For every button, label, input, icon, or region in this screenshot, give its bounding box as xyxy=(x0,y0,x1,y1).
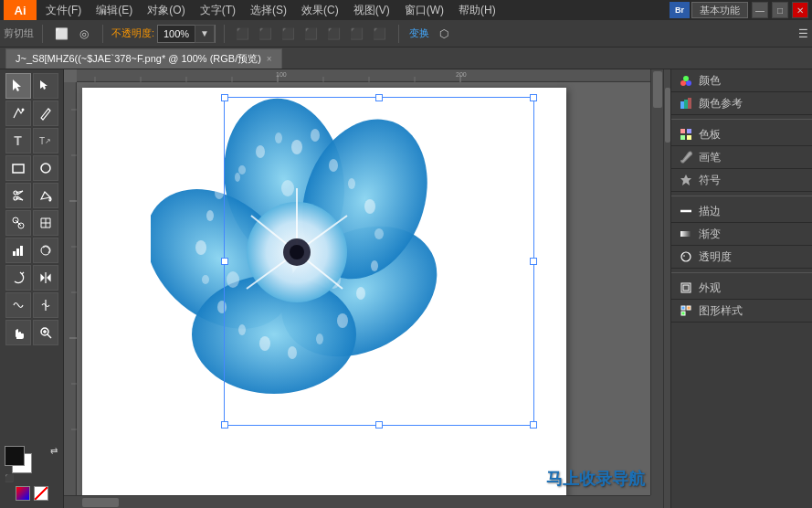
width-tool[interactable] xyxy=(33,292,58,318)
svg-point-72 xyxy=(202,275,209,284)
menu-effect[interactable]: 效果(C) xyxy=(298,1,343,20)
opacity-dropdown-btn[interactable]: ▼ xyxy=(195,25,215,43)
opacity-input[interactable] xyxy=(158,28,195,39)
toolbar-panel-toggle[interactable]: ☰ xyxy=(798,27,808,40)
align-icon-2[interactable]: ⬛ xyxy=(256,24,276,44)
opacity-label: 不透明度: xyxy=(111,26,154,40)
maximize-button[interactable]: □ xyxy=(772,2,788,18)
align-icon-7[interactable]: ⬛ xyxy=(370,24,390,44)
panel-section-graphic-styles: 图形样式 xyxy=(671,300,812,323)
rect-tool[interactable] xyxy=(5,155,31,181)
ellipse-tool[interactable] xyxy=(33,155,58,181)
tool-row-5 xyxy=(5,183,58,208)
toolbar-divider-1 xyxy=(42,25,43,43)
mask-icon-btn[interactable]: ⬜ xyxy=(51,24,71,44)
align-icon-3[interactable]: ⬛ xyxy=(279,24,299,44)
warp-tool[interactable] xyxy=(5,292,31,318)
zoom-tool[interactable] xyxy=(33,320,58,345)
svg-point-89 xyxy=(686,80,691,86)
svg-point-4 xyxy=(41,164,50,173)
fill-color-btn[interactable] xyxy=(16,486,30,501)
fill-swatch[interactable] xyxy=(5,446,25,466)
panel-header-symbols[interactable]: 符号 xyxy=(671,169,812,191)
select-tool[interactable] xyxy=(5,73,31,99)
stroke-panel-icon xyxy=(679,204,693,218)
panel-header-transparency[interactable]: 透明度 xyxy=(671,246,812,268)
panel-scrollbar-thumb[interactable] xyxy=(665,88,670,143)
pencil-tool[interactable] xyxy=(33,101,58,126)
vertical-scrollbar[interactable] xyxy=(650,69,663,495)
horizontal-scrollbar[interactable] xyxy=(64,495,650,508)
no-color-btn[interactable] xyxy=(34,486,48,501)
panel-header-gradient[interactable]: 渐变 xyxy=(671,223,812,245)
mesh-tool[interactable] xyxy=(33,210,58,236)
close-button[interactable]: ✕ xyxy=(792,2,808,18)
svg-point-101 xyxy=(681,252,691,261)
symbol-spray-tool[interactable] xyxy=(33,238,58,263)
hand-tool[interactable] xyxy=(5,320,31,345)
panel-header-color[interactable]: 颜色 xyxy=(671,69,812,91)
toolbar-options-group: ⬜ ◎ xyxy=(51,24,94,44)
color-panel-title: 颜色 xyxy=(699,73,805,89)
tool-row-1 xyxy=(5,73,58,99)
rotate-tool[interactable] xyxy=(5,265,31,291)
options-icon-btn[interactable]: ◎ xyxy=(74,24,94,44)
align-icon-1[interactable]: ⬛ xyxy=(233,24,253,44)
panel-header-appearance[interactable]: 外观 xyxy=(671,277,812,299)
paintbucket-tool[interactable] xyxy=(33,183,58,208)
tab-close-btn[interactable]: × xyxy=(267,54,272,64)
tool-row-3: T T↗ xyxy=(5,128,58,153)
reflect-tool[interactable] xyxy=(33,265,58,291)
area-type-tool[interactable]: T↗ xyxy=(33,128,58,153)
panel-header-brushes[interactable]: 画笔 xyxy=(671,146,812,168)
tool-row-10 xyxy=(5,320,58,345)
panel-scrollbar[interactable] xyxy=(663,69,670,508)
menu-select[interactable]: 选择(S) xyxy=(247,1,290,20)
menu-window[interactable]: 窗口(W) xyxy=(401,1,448,20)
svg-rect-104 xyxy=(683,285,689,291)
scissors-tool[interactable] xyxy=(5,183,31,208)
bridge-icon[interactable]: Br xyxy=(670,2,690,18)
reset-colors-icon[interactable]: ⬛ xyxy=(5,474,14,482)
blend-tool[interactable] xyxy=(5,210,31,236)
direct-select-tool[interactable] xyxy=(33,73,58,99)
svg-point-69 xyxy=(259,336,270,351)
document-canvas xyxy=(82,88,566,508)
type-tool[interactable]: T xyxy=(5,128,31,153)
app-logo: Ai xyxy=(4,0,37,20)
flower-artwork xyxy=(151,97,443,407)
svg-point-76 xyxy=(235,173,240,182)
pen-tool[interactable] xyxy=(5,101,31,126)
panel-header-stroke[interactable]: 描边 xyxy=(671,200,812,222)
panel-divider-3 xyxy=(671,272,812,273)
transform-icon[interactable]: ⬡ xyxy=(434,24,454,44)
swap-colors-icon[interactable]: ⇄ xyxy=(50,446,58,456)
document-tab[interactable]: J~_S8[MHZ6((~$JAE`378~F.png* @ 100% (RGB… xyxy=(5,48,282,69)
menu-edit[interactable]: 编辑(E) xyxy=(92,1,136,20)
align-icon-5[interactable]: ⬛ xyxy=(324,24,344,44)
align-icon-6[interactable]: ⬛ xyxy=(347,24,367,44)
menu-object[interactable]: 对象(O) xyxy=(143,1,188,20)
horizontal-scrollbar-thumb[interactable] xyxy=(82,498,119,507)
svg-rect-107 xyxy=(681,312,685,315)
menu-text[interactable]: 文字(T) xyxy=(196,1,239,20)
workspace-selector[interactable]: 基本功能 xyxy=(691,4,748,17)
panel-header-color-ref[interactable]: 颜色参考 xyxy=(671,92,812,114)
panel-header-graphic-styles[interactable]: 图形样式 xyxy=(671,300,812,322)
minimize-button[interactable]: — xyxy=(752,2,768,18)
svg-rect-3 xyxy=(13,164,24,173)
bottom-color-area: ⇄ ⬛ xyxy=(0,442,63,504)
align-icon-4[interactable]: ⬛ xyxy=(301,24,322,44)
vertical-scrollbar-thumb[interactable] xyxy=(653,71,662,108)
symbols-panel-icon xyxy=(679,173,693,187)
title-bar: Ai 文件(F) 编辑(E) 对象(O) 文字(T) 选择(S) 效果(C) 视… xyxy=(0,0,812,20)
svg-line-26 xyxy=(47,334,51,338)
swatches-panel-icon xyxy=(679,127,693,142)
graph-tool[interactable] xyxy=(5,238,31,263)
transform-label[interactable]: 变换 xyxy=(407,25,431,42)
menu-file[interactable]: 文件(F) xyxy=(42,1,85,20)
panel-header-swatches[interactable]: 色板 xyxy=(671,123,812,145)
menu-view[interactable]: 视图(V) xyxy=(350,1,394,20)
menu-help[interactable]: 帮助(H) xyxy=(455,1,500,20)
transparency-panel-icon xyxy=(679,249,693,264)
